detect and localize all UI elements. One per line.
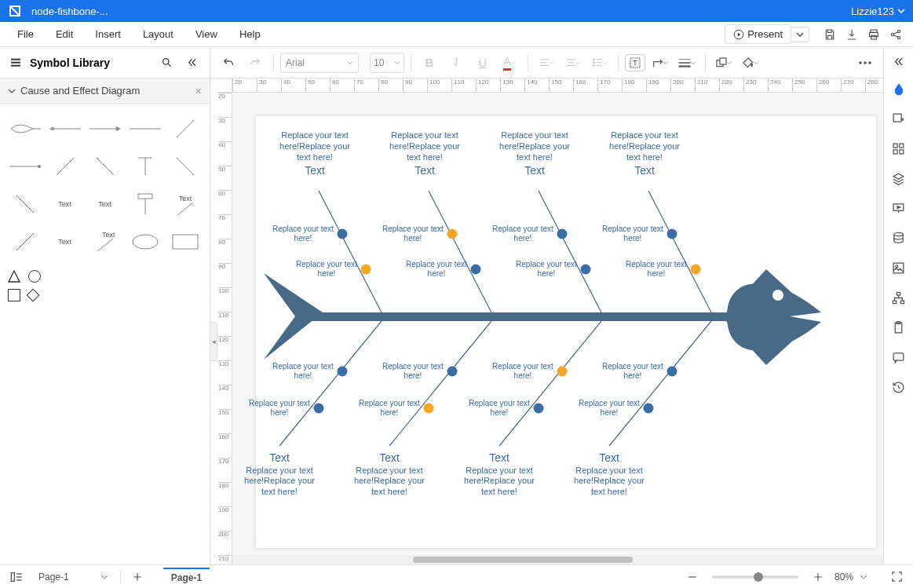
page-list-button[interactable] — [6, 567, 27, 587]
cause-node[interactable] — [447, 367, 458, 377]
cause-label[interactable]: Replace your text here! — [358, 399, 421, 418]
print-button[interactable] — [863, 24, 885, 46]
zoom-slider-thumb[interactable] — [754, 572, 763, 582]
category-label[interactable]: Replace your text here!Replace your text… — [272, 130, 358, 178]
clipboard-panel-button[interactable] — [887, 316, 911, 339]
comment-panel-button[interactable] — [887, 345, 911, 369]
add-page-button[interactable] — [127, 567, 148, 587]
underline-button[interactable]: U — [471, 51, 495, 75]
theme-panel-button[interactable] — [887, 77, 911, 100]
cause-label[interactable]: Replace your text here! — [491, 225, 554, 243]
shape-text-1[interactable]: Text — [46, 187, 83, 221]
history-panel-button[interactable] — [887, 375, 911, 399]
shape-spine[interactable] — [46, 111, 83, 146]
present-dropdown[interactable] — [791, 27, 809, 42]
cause-node[interactable] — [424, 404, 434, 414]
cause-label[interactable]: Replace your text here! — [272, 225, 334, 243]
undo-button[interactable] — [217, 51, 240, 75]
toolbar-more-button[interactable] — [853, 51, 877, 75]
cause-node[interactable] — [338, 229, 348, 239]
menu-layout[interactable]: Layout — [132, 24, 184, 45]
shape-line[interactable] — [126, 111, 163, 146]
page-tab[interactable]: Page-1 — [163, 568, 210, 586]
right-panel-expand-button[interactable] — [893, 52, 904, 71]
diagram-page[interactable]: Replace your text here!Replace your text… — [256, 116, 876, 548]
font-color-button[interactable]: A — [498, 51, 521, 75]
category-label[interactable]: TextReplace your text here!Replace your … — [236, 450, 323, 498]
shape-diag-line-6[interactable] — [6, 225, 43, 259]
shape-circle[interactable] — [28, 270, 41, 283]
menu-insert[interactable]: Insert — [84, 24, 132, 45]
connector-button[interactable] — [648, 51, 672, 75]
shape-diag-line-1[interactable] — [166, 111, 203, 146]
line-style-button[interactable] — [675, 51, 699, 75]
layers-panel-button[interactable] — [887, 166, 911, 190]
category-label[interactable]: TextReplace your text here!Replace your … — [456, 450, 542, 498]
data-panel-button[interactable] — [887, 226, 911, 250]
cause-node[interactable] — [581, 265, 591, 275]
category-label[interactable]: TextReplace your text here!Replace your … — [346, 450, 433, 498]
align-h-button[interactable] — [535, 51, 558, 75]
cause-node[interactable] — [447, 229, 458, 239]
fishbone-diagram[interactable]: Replace your text here!Replace your text… — [256, 116, 876, 548]
shape-diag-line-3[interactable] — [86, 149, 123, 184]
menu-help[interactable]: Help — [228, 24, 272, 45]
shape-diag-line-5[interactable] — [6, 187, 43, 221]
cause-label[interactable]: Replace your text here! — [491, 362, 554, 381]
shape-text-3[interactable]: Text — [46, 225, 83, 259]
cause-label[interactable]: Replace your text here! — [295, 260, 358, 279]
library-collapse-button[interactable] — [183, 54, 200, 71]
scrollbar-thumb[interactable] — [413, 557, 633, 563]
shape-rect-line[interactable] — [126, 187, 163, 221]
page-select-dropdown[interactable]: Page-1 — [33, 569, 114, 585]
share-button[interactable] — [885, 24, 907, 46]
cause-label[interactable]: Replace your text here! — [625, 260, 688, 279]
italic-button[interactable]: I — [444, 51, 468, 75]
zoom-in-button[interactable] — [808, 567, 828, 587]
cause-label[interactable]: Replace your text here! — [382, 362, 444, 381]
category-label[interactable]: Replace your text here!Replace your text… — [491, 130, 578, 178]
cause-label[interactable]: Replace your text here! — [468, 399, 531, 418]
cause-node[interactable] — [667, 229, 677, 239]
menu-view[interactable]: View — [184, 24, 228, 45]
shape-triangle[interactable] — [8, 270, 20, 283]
export-button[interactable] — [841, 24, 863, 46]
cause-node[interactable] — [691, 265, 701, 275]
cause-node[interactable] — [338, 367, 348, 377]
cause-label[interactable]: Replace your text here! — [515, 260, 578, 279]
cause-node[interactable] — [534, 404, 544, 414]
shape-text-diag[interactable]: Text — [86, 225, 123, 259]
redo-button[interactable] — [243, 51, 267, 75]
shape-line-dot[interactable] — [6, 149, 43, 184]
tree-panel-button[interactable] — [887, 286, 911, 309]
cause-label[interactable]: Replace your text here! — [405, 260, 468, 279]
shape-diag-line-4[interactable] — [166, 149, 203, 184]
shape-tbar-line[interactable] — [126, 149, 163, 184]
font-family-select[interactable]: Arial — [280, 53, 359, 73]
category-close-button[interactable]: × — [195, 85, 202, 97]
image-panel-button[interactable] — [887, 107, 911, 130]
arrange-button[interactable] — [712, 51, 736, 75]
cause-node[interactable] — [644, 404, 654, 414]
category-label[interactable]: TextReplace your text here!Replace your … — [566, 450, 652, 498]
category-label[interactable]: Replace your text here!Replace your text… — [601, 130, 688, 178]
category-label[interactable]: Replace your text here!Replace your text… — [382, 130, 468, 178]
cause-node[interactable] — [557, 229, 568, 239]
save-button[interactable] — [819, 24, 841, 46]
shape-fishhead[interactable] — [6, 111, 43, 146]
font-size-select[interactable]: 10 — [370, 53, 404, 73]
cause-node[interactable] — [314, 404, 324, 414]
shape-diag-line-2[interactable] — [46, 149, 83, 184]
canvas-scroll[interactable]: Replace your text here!Replace your text… — [232, 93, 883, 555]
zoom-slider[interactable] — [712, 575, 798, 579]
horizontal-scrollbar[interactable] — [232, 555, 883, 564]
user-menu[interactable]: Lizzie123 — [851, 5, 905, 17]
bullets-button[interactable] — [588, 51, 612, 75]
cause-label[interactable]: Replace your text here! — [601, 225, 664, 243]
slideshow-panel-button[interactable] — [887, 196, 911, 220]
cause-node[interactable] — [471, 265, 481, 275]
category-header[interactable]: Cause and Effect Diagram × — [0, 79, 210, 104]
grid-panel-button[interactable] — [887, 137, 911, 160]
zoom-out-button[interactable] — [682, 567, 703, 587]
shape-text-slash[interactable]: Text — [166, 187, 203, 221]
